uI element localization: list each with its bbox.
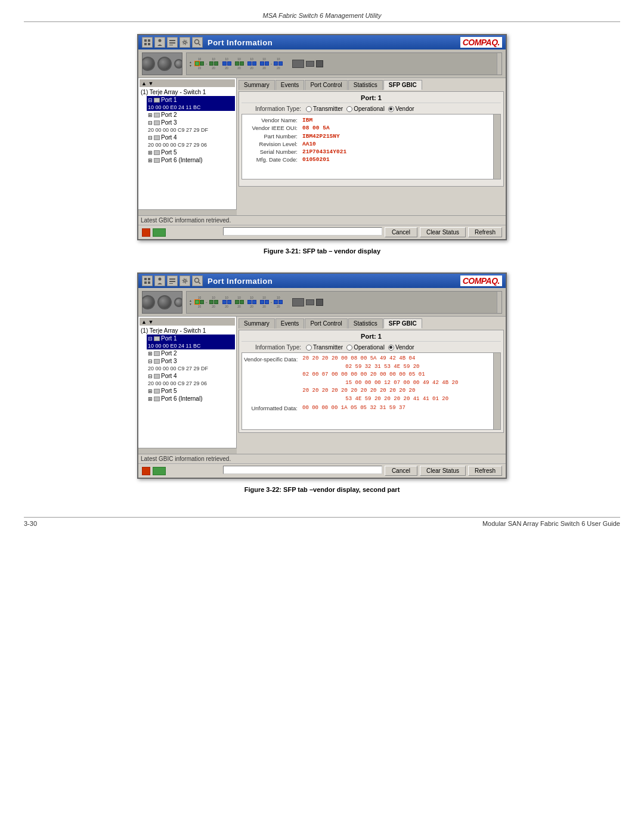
radio-circle-vendor-1[interactable] (388, 106, 394, 112)
field-part-number: Part Number: IBM42P21SNY (244, 132, 490, 140)
label-vendor-oui: Vendor IEEE OUI: (244, 124, 298, 132)
radio-group-1: Transmitter Operational Vendor (306, 106, 414, 112)
toolbar-icon-search-2[interactable] (192, 275, 203, 286)
toolbar-icon-person[interactable] (154, 37, 165, 48)
radio-circle-operational-1[interactable] (346, 106, 352, 112)
hex-line-4: 15 00 00 00 12 07 00 00 49 42 4B 20 (302, 379, 458, 388)
radio-circle-transmitter-2[interactable] (306, 345, 312, 351)
compaq-logo-1: COMPAQ. (460, 37, 502, 48)
refresh-button-1[interactable]: Refresh (468, 227, 502, 237)
tree2-item-port6[interactable]: ⊞Port 6 (Internal) (147, 395, 235, 402)
tab-events-1[interactable]: Events (275, 80, 305, 90)
tab-summary-1[interactable]: Summary (239, 80, 275, 90)
title-bar-content-2: Port Information (142, 275, 273, 286)
radio-label-transmitter-1: Transmitter (313, 106, 343, 112)
tree-hscroll-2[interactable] (138, 448, 237, 454)
cancel-button-2[interactable]: Cancel (385, 466, 417, 476)
cancel-button-1[interactable]: Cancel (385, 227, 417, 237)
device-circle-5 (157, 295, 172, 309)
tree-item-port6[interactable]: ⊞Port 6 (Internal) (147, 156, 235, 164)
field-vendor-name: Vendor Name: IBM (244, 116, 490, 124)
clear-status-button-1[interactable]: Clear Status (420, 227, 466, 237)
toolbar-icon-gear-2[interactable] (179, 275, 190, 286)
tree-port4-address: 20 00 00 00 C9 27 29 06 (147, 141, 235, 148)
radio-operational-1[interactable]: Operational (346, 106, 385, 112)
tree-port5-container: ⊞Port 5 (140, 148, 235, 156)
tab-port-control-1[interactable]: Port Control (305, 80, 347, 90)
radio-operational-2[interactable]: Operational (346, 344, 385, 351)
right-panel-1: Summary Events Port Control Statistics S… (237, 78, 506, 215)
tab-statistics-2[interactable]: Statistics (348, 318, 383, 329)
tree2-port4-container: ⊟Port 4 20 00 00 00 C9 27 29 06 (140, 372, 235, 387)
label-serial-number: Serial Number: (244, 148, 298, 156)
tree-port2-container: ⊞Port 2 (140, 111, 235, 119)
field-revision-level: Revision Level: AA10 (244, 140, 490, 148)
tree2-item-port2[interactable]: ⊞Port 2 (147, 349, 235, 357)
info-type-label-2: Information Type: (242, 344, 301, 351)
tab-sfp-gbic-2[interactable]: SFP GBIC (383, 318, 422, 329)
data-scrollbar-2[interactable] (493, 353, 500, 429)
radio-transmitter-1[interactable]: Transmitter (306, 106, 343, 112)
toolbar-icon-list-2[interactable] (167, 275, 178, 286)
data-scrollbar-1[interactable] (493, 114, 500, 179)
figure-1: Port Information COMPAQ. ▲ ▼ 10 (24, 34, 620, 255)
tree2-item-port1[interactable]: ⊟Port 1 (147, 335, 235, 342)
connector-area-1 (287, 60, 323, 68)
title-bar-1: Port Information COMPAQ. (138, 35, 506, 49)
radio-vendor-1[interactable]: Vendor (388, 106, 414, 112)
port-group-1: 10 20 (195, 57, 204, 70)
tab-sfp-gbic-1[interactable]: SFP GBIC (383, 80, 422, 90)
tree-item-port5[interactable]: ⊞Port 5 (147, 148, 235, 156)
toolbar-icon-gear[interactable] (179, 37, 190, 48)
tree-item-port4[interactable]: ⊟Port 4 (147, 134, 235, 141)
device-circle-1 (142, 57, 155, 71)
tree-item-port2[interactable]: ⊞Port 2 (147, 111, 235, 119)
toolbar-icon-search[interactable] (192, 37, 203, 48)
port-group-2: 10 20 (209, 57, 218, 70)
value-vendor-oui: 08 00 5A (302, 124, 330, 132)
toolbar-icon-person-2[interactable] (154, 275, 165, 286)
hex-line-1: 20 20 20 20 00 08 00 5A 49 42 4B 04 (302, 355, 458, 363)
radio-circle-vendor-2[interactable] (388, 345, 394, 351)
radio-circle-operational-2[interactable] (346, 345, 352, 351)
radio-vendor-2[interactable]: Vendor (388, 344, 414, 351)
tree2-item-port4[interactable]: ⊟Port 4 (147, 372, 235, 380)
page-header-title: MSA Fabric Switch 6 Management Utility (263, 12, 382, 19)
status-text-1: Latest GBIC information retrieved. (141, 217, 231, 224)
refresh-button-2[interactable]: Refresh (468, 466, 502, 476)
tree2-item-port5[interactable]: ⊞Port 5 (147, 387, 235, 395)
port-panel-2: ▲ ▼ 10 20 - 10 20 (186, 291, 502, 314)
value-serial-number: 21P704314Y021 (302, 148, 346, 156)
tree-hscroll-1[interactable] (138, 209, 237, 215)
radio-circle-transmitter-1[interactable] (306, 106, 312, 112)
tab-port-control-2[interactable]: Port Control (305, 318, 347, 329)
toolbar-icon-grid[interactable] (142, 37, 153, 48)
svg-point-8 (184, 41, 186, 44)
radio-transmitter-2[interactable]: Transmitter (306, 344, 343, 351)
button-bar-2: Cancel Clear Status Refresh (138, 463, 506, 478)
tree-item-port1[interactable]: ⊟Port 1 (147, 96, 235, 104)
port-group-7: 10 20 (274, 57, 283, 70)
radio-label-vendor-2: Vendor (395, 344, 414, 351)
tree2-port3-container: ⊟Port 3 20 00 00 00 C9 27 29 DF (140, 357, 235, 372)
info-type-row-2: Information Type: Transmitter Operationa… (242, 344, 501, 351)
toolbar-icon-grid-2[interactable] (142, 275, 153, 286)
device-circle-2 (157, 57, 172, 71)
app-window-2: Port Information COMPAQ. ▲ ▼ 10 (137, 272, 507, 479)
field-serial-number: Serial Number: 21P704314Y021 (244, 148, 490, 156)
svg-rect-6 (169, 42, 175, 44)
tab-summary-2[interactable]: Summary (239, 318, 275, 329)
tab-events-2[interactable]: Events (275, 318, 305, 329)
app-window-1: Port Information COMPAQ. ▲ ▼ 10 (137, 34, 507, 240)
tree-item-port3[interactable]: ⊟Port 3 (147, 119, 235, 126)
right-panel-2: Summary Events Port Control Statistics S… (237, 317, 506, 454)
tree2-item-port3[interactable]: ⊟Port 3 (147, 357, 235, 365)
tree-root-2[interactable]: (1) Terje Array - Switch 1 (140, 327, 235, 335)
tree-root-1[interactable]: (1) Terje Array - Switch 1 (140, 88, 235, 96)
clear-status-button-2[interactable]: Clear Status (420, 466, 466, 476)
value-part-number: IBM42P21SNY (302, 132, 340, 140)
toolbar-icon-list[interactable] (167, 37, 178, 48)
port-group-10: 10 20 (222, 296, 231, 308)
info-type-row-1: Information Type: Transmitter Operationa… (242, 106, 501, 112)
tab-statistics-1[interactable]: Statistics (348, 80, 383, 90)
